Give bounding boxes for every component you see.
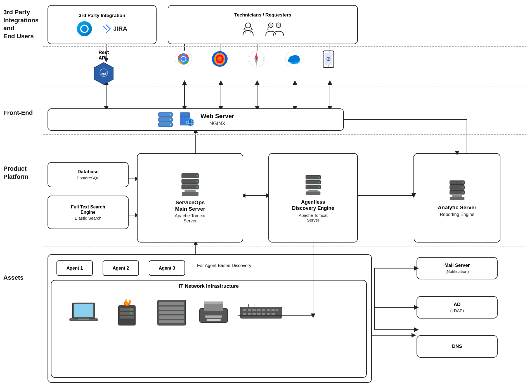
technician-icon-2 (264, 22, 285, 37)
svg-rect-74 (182, 174, 198, 178)
svg-point-64 (170, 124, 171, 125)
third-party-title: 3rd Party Integration (79, 13, 125, 18)
svg-rect-93 (452, 195, 462, 197)
agent2-box: Agent 2 (103, 260, 139, 276)
servicenow-logo (77, 21, 92, 36)
svg-rect-123 (243, 309, 246, 311)
svg-point-62 (170, 114, 171, 115)
svg-rect-105 (120, 316, 134, 319)
database-title: Database (77, 169, 99, 175)
svg-rect-129 (271, 309, 275, 311)
serviceops-server-icon (179, 172, 201, 197)
svg-rect-127 (262, 309, 265, 311)
web-server-icon (157, 111, 174, 128)
svg-rect-99 (74, 304, 93, 317)
network-switch-icon (239, 303, 283, 322)
svg-rect-82 (306, 175, 321, 179)
svg-rect-90 (450, 180, 465, 184)
safari-browser (248, 50, 265, 68)
svg-point-80 (196, 180, 198, 182)
svg-rect-121 (207, 319, 221, 321)
analytic-server-title: Analytic Server (438, 205, 476, 211)
svg-rect-132 (248, 313, 251, 315)
fire-server-icon (113, 297, 141, 328)
svg-rect-85 (308, 190, 318, 191)
technicians-title: Technicians / Requesters (234, 12, 291, 18)
web-server-title: Web Server (200, 113, 234, 120)
edge-icon (285, 50, 302, 68)
svg-rect-124 (248, 309, 251, 311)
svg-rect-86 (306, 192, 321, 195)
laptop-icon-container (68, 300, 99, 325)
svg-point-81 (196, 186, 198, 188)
serviceops-card: ServiceOpsMain Server Apache TomcatServe… (137, 153, 243, 243)
svg-point-52 (256, 58, 257, 60)
svg-rect-134 (257, 313, 261, 315)
svg-point-29 (270, 24, 272, 26)
svg-point-87 (318, 177, 320, 178)
svg-rect-92 (450, 190, 465, 194)
svg-point-22 (245, 23, 250, 28)
svg-text:api: api (101, 72, 106, 75)
safari-icon (248, 50, 265, 68)
dashed-line-4 (43, 246, 526, 246)
rest-api-container: RestAPI api (94, 50, 114, 85)
analytic-server-icon (447, 179, 467, 202)
svg-point-116 (181, 312, 183, 313)
svg-point-97 (462, 191, 464, 193)
server-rack-container (155, 299, 188, 328)
laptop-icon (68, 300, 99, 325)
svg-rect-133 (252, 313, 256, 315)
dns-card: DNS (417, 335, 498, 358)
svg-rect-24 (250, 30, 251, 33)
svg-rect-101 (78, 319, 89, 320)
full-text-search-card: Full Text SearchEngine Elastic Search (48, 196, 129, 229)
dns-title: DNS (452, 344, 462, 349)
mobile-browser (321, 50, 336, 69)
dashed-line-2 (43, 87, 526, 87)
svg-point-44 (218, 56, 221, 59)
svg-rect-76 (182, 185, 198, 189)
mail-server-subtitle: (Notification) (445, 269, 469, 274)
database-subtitle: PostgreSQL (77, 175, 100, 180)
fire-server-container (113, 297, 141, 329)
analytic-server-subtitle: Reporting Engine (440, 212, 474, 217)
mobile-icon (321, 50, 336, 69)
diagram-container: 3rd PartyIntegrationsandEnd Users Front-… (0, 0, 532, 392)
firefox-browser (211, 50, 228, 68)
svg-point-115 (181, 307, 183, 309)
dashed-line-3 (43, 134, 526, 135)
svg-point-70 (186, 118, 194, 126)
svg-point-95 (462, 182, 464, 183)
printer-icon (197, 300, 230, 327)
agent3-box: Agent 3 (149, 260, 185, 276)
full-text-search-title: Full Text SearchEngine (71, 204, 105, 215)
technicians-requesters-card: Technicians / Requesters (168, 5, 358, 44)
svg-point-79 (196, 175, 198, 177)
svg-rect-113 (159, 320, 184, 323)
svg-rect-23 (245, 30, 247, 33)
globe-server-icon (179, 111, 195, 128)
svg-point-106 (130, 308, 132, 310)
ad-ldap-subtitle: (LDAP) (450, 308, 464, 313)
technician-icon-1 (240, 22, 256, 37)
svg-rect-77 (185, 190, 196, 192)
svg-rect-135 (262, 313, 265, 315)
svg-rect-122 (240, 307, 282, 318)
it-network-box: IT Network Infrastructure (51, 280, 367, 378)
svg-point-58 (328, 58, 329, 60)
svg-rect-126 (257, 309, 261, 311)
firefox-icon (211, 50, 228, 68)
svg-rect-94 (450, 197, 465, 200)
server-rack-icon (155, 299, 188, 327)
svg-rect-111 (159, 311, 184, 314)
web-server-text: Web Server NGINX (200, 113, 234, 127)
web-server-card: Web Server NGINX (48, 108, 344, 131)
ad-ldap-card: AD (LDAP) (417, 296, 498, 319)
svg-rect-125 (252, 309, 256, 311)
svg-point-96 (462, 187, 464, 188)
for-agent-text: For Agent Based Discovery (196, 263, 252, 268)
svg-rect-130 (276, 309, 278, 311)
svg-point-63 (170, 119, 171, 120)
jira-logo: JIRA (100, 23, 127, 34)
